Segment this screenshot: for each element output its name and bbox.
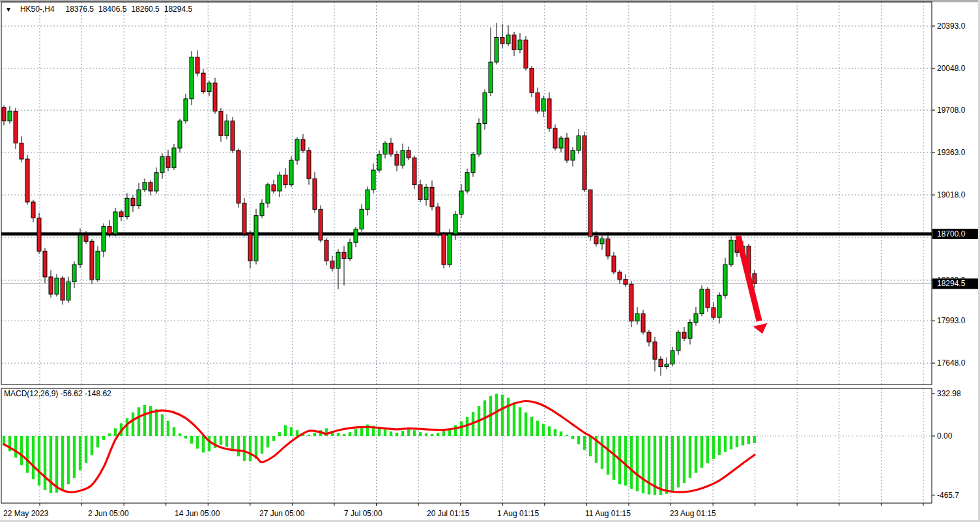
price-tag-label: 18294.5 [937, 279, 966, 288]
macd-histogram-bar [753, 436, 756, 443]
macd-histogram-bar [742, 436, 744, 445]
candle-bullish [454, 214, 457, 234]
macd-histogram-bar [44, 436, 46, 490]
macd-histogram-bar [401, 431, 404, 436]
macd-histogram-bar [642, 436, 644, 493]
candle-bullish [571, 151, 575, 160]
candle-bearish [131, 198, 135, 205]
candle-bearish [319, 209, 323, 240]
candle-bullish [66, 282, 70, 300]
candle-bearish [588, 190, 592, 237]
candle-bearish [43, 251, 47, 277]
time-axis-label: 23 Aug 01:15 [670, 509, 716, 518]
candle-bullish [518, 40, 522, 50]
candle-bullish [125, 198, 129, 216]
macd-histogram-bar [648, 436, 650, 495]
time-axis-label: 14 Jun 05:00 [175, 509, 220, 518]
candle-bullish [465, 173, 469, 191]
candle-bullish [225, 121, 229, 136]
macd-histogram-bar [689, 436, 691, 478]
macd-histogram-bar [507, 398, 510, 436]
macd-histogram-bar [736, 436, 738, 447]
macd-histogram-bar [601, 436, 603, 469]
candle-bearish [37, 218, 41, 251]
macd-histogram-bar [155, 409, 158, 436]
macd-histogram-bar [102, 436, 105, 440]
macd-histogram-bar [143, 405, 146, 436]
candle-bullish [717, 295, 721, 317]
candle-bearish [500, 38, 504, 44]
macd-indicator-label: MACD(12,26,9) -56.62 -148.62 [4, 389, 111, 398]
macd-histogram-bar [126, 418, 128, 436]
macd-histogram-bar [407, 429, 410, 436]
price-axis-label: 19708.0 [937, 106, 966, 115]
candle-bullish [723, 265, 727, 295]
candle-bullish [172, 148, 176, 167]
candle-bullish [577, 136, 581, 151]
macd-histogram-bar [712, 436, 715, 459]
candle-bearish [712, 308, 715, 317]
macd-histogram-bar [454, 425, 457, 436]
candle-bullish [676, 332, 680, 351]
candle-bearish [201, 73, 205, 91]
candle-bullish [371, 170, 375, 190]
macd-histogram-bar [571, 436, 574, 439]
macd-histogram-bar [243, 436, 246, 461]
macd-histogram-bar [85, 436, 87, 463]
candle-bearish [313, 179, 317, 209]
price-axis-label: 20393.0 [937, 22, 966, 31]
macd-histogram-bar [730, 436, 732, 449]
macd-histogram-bar [718, 436, 721, 455]
candle-bullish [295, 139, 299, 160]
candle-bearish [618, 272, 622, 279]
macd-histogram-bar [354, 429, 357, 436]
macd-histogram-bar [525, 413, 527, 436]
macd-histogram-bar [442, 431, 445, 436]
candle-bearish [682, 332, 686, 338]
time-axis-label: 1 Aug 01:15 [497, 509, 539, 518]
macd-histogram-bar [261, 436, 263, 454]
macd-histogram-bar [179, 433, 181, 436]
macd-axis-label: -465.7 [937, 491, 959, 500]
macd-histogram-bar [225, 436, 228, 447]
macd-histogram-bar [612, 436, 615, 480]
time-axis-label: 2 Jun 05:00 [88, 509, 129, 518]
macd-histogram-bar [114, 428, 117, 436]
macd-histogram-bar [96, 436, 99, 448]
candle-bullish [424, 187, 428, 199]
candle-bullish [8, 111, 12, 121]
macd-histogram-bar [237, 436, 240, 456]
candle-bearish [14, 111, 18, 143]
candle-bearish [653, 342, 657, 359]
time-axis-label: 22 May 2023 [3, 509, 49, 518]
macd-histogram-bar [566, 435, 568, 436]
macd-histogram-bar [747, 436, 750, 444]
macd-histogram-bar [26, 436, 29, 473]
price-axis-label: 19018.0 [937, 190, 966, 199]
candle-bearish [536, 93, 540, 111]
macd-histogram-bar [577, 436, 580, 444]
candle-bullish [635, 313, 639, 321]
candle-bullish [178, 121, 182, 148]
candle-bearish [272, 185, 276, 191]
macd-histogram-bar [700, 436, 703, 468]
macd-histogram-bar [149, 406, 152, 436]
macd-histogram-bar [272, 436, 275, 441]
price-axis-label: 19363.0 [937, 148, 966, 157]
candle-bullish [541, 99, 545, 111]
candle-bearish [61, 278, 65, 300]
support-resistance-line[interactable] [1, 232, 932, 235]
chart-canvas[interactable]: 20393.020048.019708.019363.019018.018323… [0, 0, 980, 522]
macd-histogram-bar [38, 436, 40, 486]
macd-histogram-bar [501, 395, 504, 436]
macd-histogram-bar [32, 436, 35, 479]
candle-bullish [207, 83, 211, 91]
symbol-marker-icon[interactable]: ▼ [5, 6, 12, 13]
candle-bullish [78, 235, 82, 265]
macd-histogram-bar [67, 436, 70, 484]
candle-bearish [389, 143, 393, 154]
ohlc-high: 18406.5 [98, 5, 126, 14]
candle-bullish [154, 173, 158, 191]
macd-histogram-bar [659, 436, 662, 495]
candle-bearish [706, 289, 710, 308]
